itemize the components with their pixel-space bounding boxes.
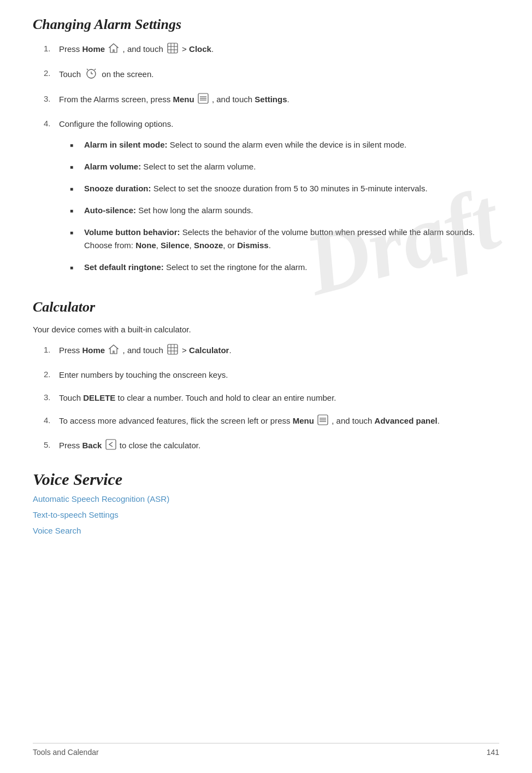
bullet-content-6: Set default ringtone: Select to set the … (84, 261, 499, 274)
bold-advanced-panel: Advanced panel (375, 416, 438, 425)
calc-step-content-5: Press Back to close the calculator. (59, 439, 499, 454)
alarm-icon (85, 67, 97, 83)
calculator-steps-list: 1. Press Home , and touch > Calculator. (44, 344, 499, 454)
bold-volume-button: Volume button behavior: (84, 227, 180, 237)
calc-step-5: 5. Press Back to close the calculator. (44, 439, 499, 454)
bold-snooze-duration: Snooze duration: (84, 184, 151, 193)
calculator-intro: Your device comes with a built-in calcul… (33, 323, 499, 336)
bullet-default-ringtone: ■ Set default ringtone: Select to set th… (70, 261, 499, 274)
bold-delete: DELETE (83, 393, 115, 402)
calc-step-content-3: Touch DELETE to clear a number. Touch an… (59, 391, 499, 405)
home-icon-calc (108, 344, 119, 359)
home-icon-1 (108, 43, 119, 57)
grid-icon-1 (167, 43, 178, 57)
bold-alarm-silent: Alarm in silent mode: (84, 140, 168, 149)
calc-step-num-3: 3. (44, 391, 59, 405)
voice-service-link-search[interactable]: Voice Search (33, 526, 499, 535)
footer-page-number: 141 (487, 748, 499, 757)
svg-rect-0 (168, 43, 178, 53)
page-footer: Tools and Calendar 141 (33, 743, 499, 757)
bullet-content-2: Alarm volume: Select to set the alarm vo… (84, 160, 499, 173)
option-none: None (135, 241, 156, 250)
calc-step-2: 2. Enter numbers by touching the onscree… (44, 368, 499, 382)
calc-step-num-4: 4. (44, 414, 59, 429)
bullet-icon-4: ■ (70, 204, 80, 217)
bullet-content-4: Auto-silence: Set how long the alarm sou… (84, 204, 499, 217)
bold-alarm-volume: Alarm volume: (84, 162, 141, 171)
alarm-bullet-list: ■ Alarm in silent mode: Select to sound … (70, 138, 499, 274)
option-silence: Silence (161, 241, 190, 250)
footer-left: Tools and Calendar (33, 748, 99, 757)
step-content-1: Press Home , and touch > Clock. (59, 43, 499, 57)
bullet-content-1: Alarm in silent mode: Select to sound th… (84, 138, 499, 151)
alarm-settings-title: Changing Alarm Settings (33, 16, 499, 33)
bullet-icon-2: ■ (70, 160, 80, 173)
bold-home-1: Home (82, 44, 105, 54)
bullet-alarm-silent: ■ Alarm in silent mode: Select to sound … (70, 138, 499, 151)
back-icon (105, 439, 116, 454)
calc-step-num-1: 1. (44, 344, 59, 359)
bold-menu-1: Menu (173, 95, 194, 104)
menu-icon-1 (198, 93, 209, 108)
step-num-2: 2. (44, 67, 59, 83)
bold-home-calc: Home (82, 345, 105, 355)
option-snooze: Snooze (194, 241, 223, 250)
bullet-volume-button: ■ Volume button behavior: Selects the be… (70, 226, 499, 252)
calc-step-content-4: To access more advanced features, flick … (59, 414, 499, 429)
calc-step-content-1: Press Home , and touch > Calculator. (59, 344, 499, 359)
bullet-auto-silence: ■ Auto-silence: Set how long the alarm s… (70, 204, 499, 217)
bullet-icon-3: ■ (70, 182, 80, 195)
bold-settings: Settings (255, 95, 287, 104)
bullet-content-5: Volume button behavior: Selects the beha… (84, 226, 499, 252)
bullet-icon-1: ■ (70, 138, 80, 151)
alarm-step-1: 1. Press Home , and touch > Clock. (44, 43, 499, 57)
svg-line-8 (87, 69, 88, 70)
step4-text: Configure the following options. (59, 119, 173, 128)
voice-service-title: Voice Service (33, 470, 499, 489)
calc-step-content-2: Enter numbers by touching the onscreen k… (59, 368, 499, 382)
calc-step-4: 4. To access more advanced features, fli… (44, 414, 499, 429)
calculator-title: Calculator (33, 299, 499, 315)
alarm-step-3: 3. From the Alarms screen, press Menu , … (44, 93, 499, 108)
voice-service-link-tts[interactable]: Text-to-speech Settings (33, 510, 499, 519)
voice-service-link-asr[interactable]: Automatic Speech Recognition (ASR) (33, 494, 499, 503)
calc-step-num-5: 5. (44, 439, 59, 454)
bullet-alarm-volume: ■ Alarm volume: Select to set the alarm … (70, 160, 499, 173)
step-num-3: 3. (44, 93, 59, 108)
bullet-snooze-duration: ■ Snooze duration: Select to set the sno… (70, 182, 499, 195)
svg-rect-23 (106, 440, 116, 449)
bullet-icon-6: ■ (70, 261, 80, 274)
alarm-step-4: 4. Configure the following options. ■ Al… (44, 118, 499, 283)
option-dismiss: Dismiss (237, 241, 269, 250)
bold-default-ringtone: Set default ringtone: (84, 262, 164, 272)
grid-icon-calc (167, 344, 178, 359)
bold-auto-silence: Auto-silence: (84, 206, 136, 215)
step-content-3: From the Alarms screen, press Menu , and… (59, 93, 499, 108)
bold-back: Back (82, 441, 102, 450)
svg-rect-14 (168, 344, 178, 354)
menu-icon-calc (317, 414, 328, 429)
bold-calculator: Calculator (189, 345, 229, 355)
calc-step-3: 3. Touch DELETE to clear a number. Touch… (44, 391, 499, 405)
step-content-2: Touch on the screen. (59, 67, 499, 83)
step-content-4: Configure the following options. ■ Alarm… (59, 118, 499, 283)
alarm-steps-list: 1. Press Home , and touch > Clock. (44, 43, 499, 283)
bullet-icon-5: ■ (70, 226, 80, 252)
bold-menu-calc: Menu (293, 416, 314, 425)
calc-step-num-2: 2. (44, 368, 59, 382)
bullet-content-3: Snooze duration: Select to set the snooz… (84, 182, 499, 195)
step-num-4: 4. (44, 118, 59, 283)
svg-line-9 (94, 69, 96, 70)
voice-service-links: Automatic Speech Recognition (ASR) Text-… (33, 494, 499, 535)
alarm-step-2: 2. Touch on the screen. (44, 67, 499, 83)
calc-step-1: 1. Press Home , and touch > Calculator. (44, 344, 499, 359)
step-num-1: 1. (44, 43, 59, 57)
bold-clock: Clock (189, 44, 211, 54)
